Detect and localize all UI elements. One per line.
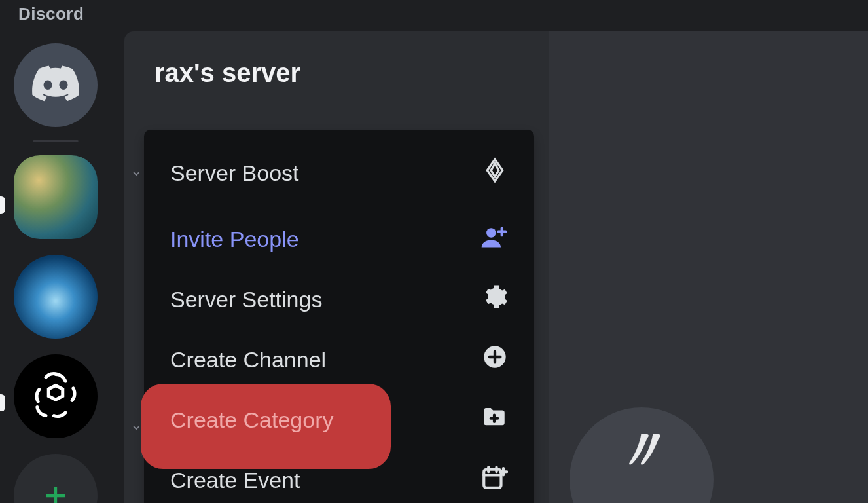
server-icon[interactable]: [14, 255, 98, 339]
server-icon[interactable]: [14, 354, 98, 438]
plus-icon: +: [44, 476, 67, 503]
discord-logo-icon: [32, 65, 79, 105]
home-button[interactable]: [14, 43, 98, 127]
invite-people-icon: [479, 222, 508, 256]
hash-decorative-icon: 〃: [610, 411, 673, 491]
menu-divider: [164, 206, 515, 206]
server-rail: +: [0, 37, 111, 503]
svg-rect-2: [484, 470, 501, 488]
rail-divider: [33, 140, 79, 142]
boost-icon: [482, 157, 508, 189]
menu-item-label: Server Settings: [170, 287, 322, 312]
menu-item-invite-people[interactable]: Invite People: [164, 209, 515, 269]
folder-plus-icon: [480, 403, 508, 436]
svg-point-0: [486, 228, 496, 238]
server-icon[interactable]: [14, 155, 98, 239]
menu-item-label: Create Event: [170, 468, 300, 493]
menu-item-label: Create Channel: [170, 347, 326, 373]
channel-avatar: 〃: [570, 407, 714, 503]
server-name: rax's server: [124, 58, 300, 88]
openai-logo-icon: [27, 367, 84, 426]
gear-icon: [480, 283, 508, 316]
chat-area: 〃: [549, 31, 868, 503]
menu-item-label: Invite People: [170, 227, 299, 252]
menu-item-create-event[interactable]: Create Event: [164, 450, 515, 503]
plus-circle-icon: [482, 344, 508, 375]
add-server-button[interactable]: +: [14, 454, 98, 503]
menu-item-label: Create Category: [170, 407, 333, 433]
calendar-plus-icon: [480, 464, 508, 496]
menu-item-create-category[interactable]: Create Category: [164, 390, 515, 450]
menu-item-label: Server Boost: [170, 160, 299, 186]
app-title: Discord: [18, 4, 84, 24]
chevron-down-icon[interactable]: ⌄: [130, 162, 142, 179]
menu-item-server-boost[interactable]: Server Boost: [164, 143, 515, 203]
menu-item-server-settings[interactable]: Server Settings: [164, 269, 515, 329]
server-dropdown-menu: Server Boost Invite People Server Settin…: [144, 130, 534, 503]
menu-item-create-channel[interactable]: Create Channel: [164, 329, 515, 390]
